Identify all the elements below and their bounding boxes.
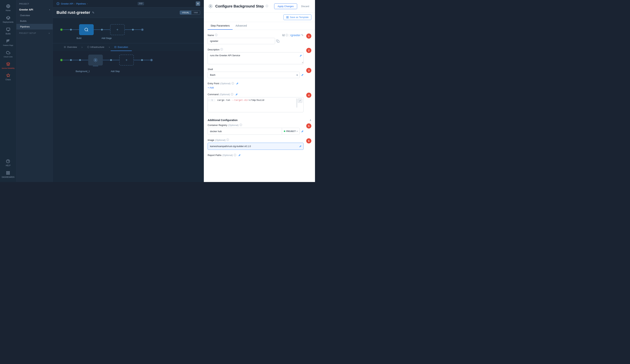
sidebar-cloud-costs-label: Cloud Costs [4, 56, 12, 58]
sidebar-item-dashboards[interactable]: DASHBOARDS [1, 169, 15, 180]
mid-dot-5 [79, 59, 81, 61]
sidebar-service-reliability-label: Service Reliability [2, 67, 14, 69]
image-info-icon[interactable]: ⓘ [226, 138, 229, 142]
registry-info-icon[interactable]: ⓘ [240, 123, 242, 127]
description-row: Description ⓘ ⬈ (function() { var ta = d… [208, 48, 311, 64]
sidebar-builds-label: Builds [6, 33, 10, 35]
command-code-editor: 1 cargo run --target-dir=/tmp/build ⤢ [208, 97, 304, 112]
tab-overview[interactable]: ⊙ Overview [60, 43, 80, 51]
name-row: Name ⓘ Id ⓘ : rgreeter ✎ 1 [208, 33, 311, 44]
report-paths-label: Report Paths (Optional) ⓘ ⬈ [208, 154, 311, 157]
sidebar-item-help[interactable]: HELP [1, 157, 15, 169]
report-paths-info-icon[interactable]: ⓘ [234, 154, 236, 157]
sidebar-item-service-reliability[interactable]: Service Reliability [0, 60, 16, 71]
home-icon [6, 4, 11, 9]
additional-config-section[interactable]: Additional Configuration ∧ [208, 116, 311, 123]
row2-labels: Background_1 Add Step [53, 69, 204, 76]
right-panel: Configure Background Step ⓘ Apply Change… [204, 0, 315, 182]
shell-action-icon[interactable]: ⬈ [301, 73, 304, 77]
breadcrumb-api[interactable]: Greeter API [61, 2, 73, 5]
expand-button[interactable]: ⤢ [298, 98, 302, 103]
sidebar-item-builds[interactable]: Builds [0, 25, 16, 37]
discard-button[interactable]: Discard [299, 4, 311, 9]
description-label: Description ⓘ [208, 48, 304, 51]
sidebar-item-home[interactable]: Home [0, 2, 16, 13]
step-badge-2: 2 [306, 48, 311, 53]
edit-title-icon[interactable]: ✎ [92, 11, 94, 14]
description-textarea[interactable] [208, 52, 303, 63]
left-nav: Project Greeter API › Overview Builds Pi… [16, 0, 53, 182]
entry-point-action-icon[interactable]: ⬈ [236, 82, 238, 85]
main-content: Greeter API › Pipelines › PIP ✕ Build ru… [53, 0, 204, 182]
registry-action-icon[interactable]: ⬈ [301, 130, 304, 133]
apply-changes-button[interactable]: Apply Changes [274, 3, 297, 9]
nav-overview[interactable]: Overview [16, 12, 53, 18]
infrastructure-tab-icon: ⬡ [87, 45, 89, 48]
code-editor-padding [208, 103, 303, 112]
registry-dropdown-icon[interactable]: ▾ [296, 130, 298, 133]
add-entry-point-link[interactable]: + Add [208, 86, 311, 89]
report-paths-action-icon[interactable]: ⬈ [238, 154, 240, 157]
name-group: Name ⓘ [208, 33, 280, 44]
entry-point-info-icon[interactable]: ⓘ [232, 82, 234, 85]
scroll-indicator [296, 98, 297, 108]
pipeline-row-2: + [53, 51, 204, 69]
description-info-icon[interactable]: ⓘ [220, 48, 223, 51]
command-action-icon[interactable]: ⬈ [235, 93, 238, 96]
sidebar-item-deployments[interactable]: Deployments [0, 13, 16, 25]
close-button[interactable]: ✕ [196, 1, 200, 6]
background1-label: Background_1 [76, 70, 90, 73]
title-info-icon[interactable]: ⓘ [266, 4, 268, 8]
end-dot-2 [150, 59, 153, 61]
cloud-costs-icon [6, 50, 11, 55]
connector-7 [63, 60, 70, 60]
shell-select[interactable]: Bash Sh PowerShell [208, 72, 300, 78]
add-stage-box[interactable]: + [110, 24, 125, 35]
sidebar-item-cloud-costs[interactable]: Cloud Costs [0, 48, 16, 60]
entry-point-row: Entry Point (Optional) ⓘ ⬈ + Add [208, 82, 311, 89]
additional-config-title: Additional Configuration [208, 119, 238, 122]
breadcrumb-pipelines[interactable]: Pipelines [76, 2, 86, 5]
view-toggle: VISUAL YAM [180, 10, 200, 14]
save-template-button[interactable]: Save as Template [284, 14, 311, 20]
description-action-icon[interactable]: ⬈ [300, 54, 302, 57]
shell-select-wrapper: Bash Sh PowerShell ▾ [208, 72, 300, 78]
add-step-box[interactable]: + [119, 55, 134, 65]
image-input[interactable] [208, 143, 297, 150]
tab-step-parameters[interactable]: Step Parameters [208, 22, 232, 30]
registry-badge-area: PROJECT ▾ [282, 129, 300, 134]
visual-view-button[interactable]: VISUAL [180, 11, 192, 14]
mid-dot-4 [70, 59, 72, 61]
connector-2 [72, 29, 79, 30]
id-info-icon[interactable]: ⓘ [286, 34, 288, 37]
build-stage-node [79, 24, 94, 35]
sidebar-item-chaos[interactable]: Chaos [0, 71, 16, 83]
name-input[interactable] [208, 38, 275, 44]
sidebar-item-feature-flags[interactable]: Feature Flags [0, 37, 16, 48]
build-node-box[interactable] [79, 24, 94, 35]
nav-pipelines[interactable]: Pipelines [16, 24, 53, 29]
registry-badge-text: PROJECT [286, 130, 296, 132]
command-row: Command (Optional) ⓘ ⬈ 1 cargo run --tar… [208, 93, 311, 112]
tab-advanced[interactable]: Advanced [232, 22, 250, 30]
copy-icon[interactable] [276, 39, 280, 43]
background-node-box[interactable] [88, 55, 103, 65]
shell-row: Shell Bash Sh PowerShell ▾ ⬈ 3 [208, 68, 311, 78]
image-action-icon[interactable]: ⬈ [297, 143, 303, 150]
yaml-view-button[interactable]: YAM [192, 11, 200, 14]
report-paths-group: Report Paths (Optional) ⓘ ⬈ [208, 154, 311, 157]
step-badge-5: 5 [306, 123, 311, 129]
command-info-icon[interactable]: ⓘ [231, 93, 233, 96]
id-edit-icon[interactable]: ✎ [301, 33, 304, 37]
code-text-1: cargo run --target-dir=/tmp/build [215, 99, 266, 102]
connector-8 [72, 60, 79, 60]
registry-input[interactable] [208, 128, 282, 134]
container-registry-row: Container Registry (Optional) ⓘ PROJECT … [208, 123, 311, 135]
name-info-icon[interactable]: ⓘ [215, 33, 218, 37]
sidebar-deployments-label: Deployments [3, 21, 13, 23]
shell-group: Shell Bash Sh PowerShell ▾ ⬈ [208, 68, 304, 78]
connector-11 [112, 60, 119, 60]
tab-execution[interactable]: ⊡ Execution [111, 43, 132, 51]
tab-infrastructure[interactable]: ⬡ Infrastructure [84, 43, 108, 51]
nav-builds[interactable]: Builds [16, 18, 53, 24]
